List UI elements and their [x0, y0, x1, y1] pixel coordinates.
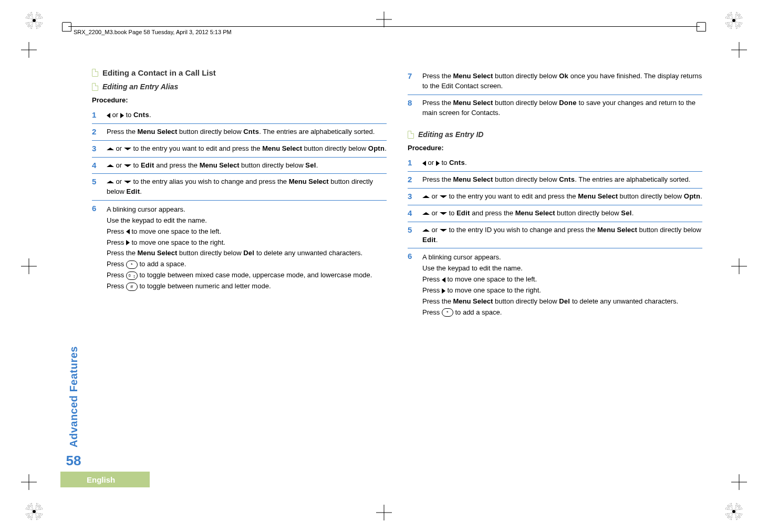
display-label: Edit [456, 209, 470, 217]
right-arrow-icon [436, 161, 440, 166]
step-7: 7 Press the Menu Select button directly … [408, 68, 702, 95]
step-text: button directly below [302, 144, 368, 152]
step-text: Press [422, 275, 442, 283]
step-text: or [430, 192, 440, 200]
down-arrow-icon [440, 229, 447, 232]
display-label: Del [559, 297, 570, 305]
step-text: Press the [422, 99, 453, 107]
step-text: to [440, 159, 449, 166]
step-text: to delete any unwanted characters. [570, 297, 678, 305]
step-number: 7 [408, 71, 416, 91]
up-arrow-icon [422, 195, 430, 198]
step-5: 5 or to the entry ID you wish to change … [408, 222, 702, 248]
down-arrow-icon [124, 181, 131, 183]
crop-mark-icon [376, 12, 392, 27]
display-label: Edit [127, 187, 140, 195]
button-ref: Menu Select [138, 128, 178, 135]
step-text: to [131, 161, 141, 169]
display-label: Edit [141, 161, 154, 169]
crop-mark-icon [21, 258, 37, 274]
step-text: Press [107, 238, 126, 246]
step-text: Press [107, 227, 126, 235]
step-text: Press the [107, 249, 138, 257]
step-text: . [140, 187, 142, 195]
running-header: SRX_2200_M3.book Page 58 Tuesday, April … [74, 29, 232, 35]
step-number: 2 [408, 175, 416, 185]
step-text: or [114, 161, 124, 169]
down-arrow-icon [124, 164, 131, 167]
step-3: 3 or to the entry you want to edit and p… [408, 188, 702, 205]
step-text: or [430, 226, 440, 234]
step-text: button directly below [177, 128, 243, 135]
step-text: to the entry ID you wish to change and p… [447, 226, 597, 234]
step-6: 6 A blinking cursor appears. Use the key… [92, 200, 387, 296]
step-text: Use the keypad to edit the name. [107, 216, 387, 226]
left-column: Editing a Contact in a Call List Editing… [92, 68, 387, 464]
step-text: to move one space to the left. [445, 275, 537, 283]
heading-edit-contact: Editing a Contact in a Call List [102, 68, 216, 77]
step-text: and press the [470, 209, 515, 217]
hash-key-icon: # [126, 283, 138, 291]
step-number: 4 [408, 208, 416, 218]
display-label: Cnts [559, 175, 575, 183]
step-text: . The entries are alphabetically sorted. [259, 128, 375, 135]
step-6: 6 A blinking cursor appears. Use the key… [408, 248, 702, 321]
binder-cap-icon [62, 22, 71, 32]
page-icon [92, 69, 98, 77]
step-text: or [430, 209, 440, 217]
step-text: to [124, 111, 133, 119]
display-label: Done [559, 99, 577, 107]
up-arrow-icon [107, 148, 114, 150]
up-arrow-icon [107, 181, 114, 183]
step-text: A blinking cursor appears. [422, 253, 702, 263]
star-key-icon: * [442, 308, 453, 317]
button-ref: Menu Select [453, 297, 493, 305]
step-number: 6 [92, 204, 100, 293]
step-text: to toggle between mixed case mode, upper… [138, 271, 372, 279]
crop-mark-icon [376, 505, 392, 520]
display-label: Sel [305, 161, 316, 169]
step-text: to move one space to the right. [445, 286, 541, 294]
left-arrow-icon [126, 229, 130, 234]
display-label: Optn [684, 192, 701, 200]
language-tab: English [60, 472, 150, 487]
step-text: to the entry you want to edit and press … [131, 144, 262, 152]
right-arrow-icon [120, 113, 124, 118]
step-text: Press the [107, 128, 138, 135]
step-text: Press [107, 271, 126, 279]
display-label: Sel [621, 209, 631, 217]
step-8: 8 Press the Menu Select button directly … [408, 95, 702, 121]
display-label: Ok [559, 72, 568, 80]
step-number: 4 [92, 161, 100, 171]
heading-edit-alias: Editing an Entry Alias [102, 82, 178, 91]
step-text: button directly below [177, 249, 243, 257]
left-arrow-icon [442, 277, 445, 283]
step-text: Press [422, 308, 442, 316]
zero-key-icon [126, 272, 138, 280]
step-4: 4 or to Edit and press the Menu Select b… [408, 205, 702, 222]
step-2: 2 Press the Menu Select button directly … [92, 123, 387, 140]
crop-mark-icon [21, 474, 37, 490]
left-arrow-icon [422, 161, 426, 166]
step-3: 3 or to the entry you want to edit and p… [92, 140, 387, 157]
step-text: to the entry you want to edit and press … [447, 192, 578, 200]
page-icon [408, 131, 414, 139]
button-ref: Menu Select [200, 161, 240, 169]
step-text: or [426, 159, 436, 166]
registration-mark-icon [725, 503, 743, 520]
crop-mark-icon [731, 258, 747, 274]
button-ref: Menu Select [262, 144, 302, 152]
step-text: or [114, 144, 124, 152]
step-text: A blinking cursor appears. [107, 205, 387, 215]
step-text: to move one space to the left. [130, 227, 221, 235]
display-label: Cnts [243, 128, 259, 135]
step-number: 3 [92, 144, 100, 154]
up-arrow-icon [107, 164, 114, 167]
step-4: 4 or to Edit and press the Menu Select b… [92, 157, 387, 174]
crop-mark-icon [731, 42, 747, 58]
section-title: Advanced Features [68, 346, 80, 447]
step-number: 2 [92, 127, 100, 137]
page-content: Advanced Features 58 English Editing a C… [60, 47, 708, 485]
display-label: Cnts [449, 159, 465, 166]
step-text: to move one space to the right. [130, 238, 225, 246]
